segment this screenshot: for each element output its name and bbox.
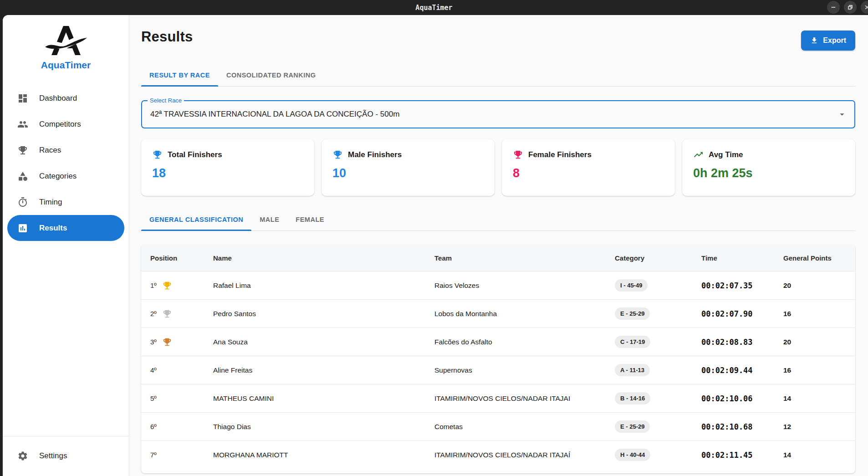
timer-icon bbox=[17, 197, 28, 208]
category-cell: A - 11-13 bbox=[606, 364, 692, 376]
time-cell: 00:02:08.83 bbox=[692, 338, 774, 347]
sidebar: AquaTimer Dashboard Competitors Races Ca… bbox=[3, 15, 129, 476]
stat-label: Male Finishers bbox=[348, 150, 402, 159]
close-button[interactable] bbox=[861, 1, 868, 14]
sidebar-item-settings[interactable]: Settings bbox=[7, 443, 124, 469]
column-header-time: Time bbox=[692, 254, 774, 262]
team-cell: Lobos da Montanha bbox=[425, 310, 606, 318]
restore-icon bbox=[847, 4, 853, 10]
tab-general-classification[interactable]: GENERAL CLASSIFICATION bbox=[141, 209, 251, 230]
page-title: Results bbox=[141, 29, 193, 45]
table-row[interactable]: 3º Ana Souza Falcões do Asfalto C - 17-1… bbox=[141, 328, 855, 356]
time-cell: 00:02:07.90 bbox=[692, 309, 774, 318]
stat-card: Female Finishers 8 bbox=[502, 139, 675, 196]
stat-value: 0h 2m 25s bbox=[693, 166, 844, 180]
name-cell: Thiago Dias bbox=[204, 423, 425, 431]
sidebar-item-results[interactable]: Results bbox=[7, 215, 124, 241]
race-select[interactable]: Select Race 42ª TRAVESSIA INTERNACIONAL … bbox=[141, 100, 855, 128]
points-cell: 16 bbox=[774, 310, 855, 318]
sidebar-item-categories[interactable]: Categories bbox=[7, 163, 124, 189]
category-badge: B - 14-16 bbox=[615, 392, 650, 404]
aquatimer-logo-icon bbox=[43, 22, 89, 59]
race-select-label: Select Race bbox=[148, 97, 184, 104]
team-cell: Falcões do Asfalto bbox=[425, 338, 606, 346]
sidebar-item-races[interactable]: Races bbox=[7, 137, 124, 163]
category-cell: C - 17-19 bbox=[606, 336, 692, 348]
time-cell: 00:02:07.35 bbox=[692, 281, 774, 290]
tab-consolidated-ranking[interactable]: CONSOLIDATED RANKING bbox=[218, 64, 324, 86]
name-cell: MORGHANA MARIOTT bbox=[204, 451, 425, 459]
position-cell: 5º bbox=[141, 394, 204, 402]
name-cell: Pedro Santos bbox=[204, 310, 425, 318]
tab-female[interactable]: FEMALE bbox=[287, 209, 332, 230]
table-row[interactable]: 2º Pedro Santos Lobos da Montanha E - 25… bbox=[141, 299, 855, 328]
table-row[interactable]: 4º Aline Freitas Supernovas A - 11-13 00… bbox=[141, 356, 855, 384]
table-row[interactable]: 5º MATHEUS CAMINI ITAMIRIM/NOVOS CIELOS/… bbox=[141, 384, 855, 412]
points-cell: 20 bbox=[774, 282, 855, 290]
restore-button[interactable] bbox=[844, 1, 857, 14]
column-header-general-points: General Points bbox=[774, 254, 855, 262]
stat-cards: Total Finishers 18 Male Finishers 10 Fem… bbox=[141, 139, 855, 196]
barchart-icon bbox=[17, 223, 28, 234]
export-button[interactable]: Export bbox=[801, 31, 855, 51]
stat-label: Total Finishers bbox=[168, 150, 222, 159]
main-content: Results Export RESULT BY RACECONSOLIDATE… bbox=[129, 15, 868, 476]
stat-card: Avg Time 0h 2m 25s bbox=[682, 139, 855, 196]
table-row[interactable]: 7º MORGHANA MARIOTT ITAMIRIM/NOVOS CIELO… bbox=[141, 440, 855, 469]
category-badge: E - 25-29 bbox=[615, 307, 650, 320]
brand-name: AquaTimer bbox=[41, 60, 91, 71]
column-header-team: Team bbox=[425, 254, 606, 262]
sidebar-item-competitors[interactable]: Competitors bbox=[7, 111, 124, 137]
minimize-button[interactable] bbox=[827, 1, 840, 14]
download-icon bbox=[810, 36, 818, 45]
points-cell: 20 bbox=[774, 338, 855, 346]
sidebar-item-dashboard[interactable]: Dashboard bbox=[7, 85, 124, 111]
stat-label: Avg Time bbox=[709, 150, 743, 159]
category-badge: I - 45-49 bbox=[615, 279, 648, 292]
sidebar-item-timing[interactable]: Timing bbox=[7, 189, 124, 215]
column-header-category: Category bbox=[606, 254, 692, 262]
name-cell: MATHEUS CAMINI bbox=[204, 394, 425, 403]
tab-result-by-race[interactable]: RESULT BY RACE bbox=[141, 64, 218, 86]
trophy-icon bbox=[513, 149, 523, 160]
position-cell: 6º bbox=[141, 423, 204, 430]
stat-card: Total Finishers 18 bbox=[141, 139, 314, 196]
category-cell: E - 25-29 bbox=[606, 307, 692, 320]
stat-value: 10 bbox=[332, 166, 484, 180]
trophy-icon bbox=[332, 149, 343, 160]
position-cell: 3º bbox=[141, 337, 204, 347]
points-cell: 14 bbox=[774, 451, 855, 459]
trophy-icon bbox=[162, 337, 172, 347]
table-row[interactable]: 6º Thiago Dias Cometas E - 25-29 00:02:1… bbox=[141, 412, 855, 440]
results-table: PositionNameTeamCategoryTimeGeneral Poin… bbox=[141, 245, 855, 473]
close-icon bbox=[864, 4, 868, 10]
team-cell: Cometas bbox=[425, 423, 606, 431]
table-row[interactable]: 1º Rafael Lima Raios Velozes I - 45-49 0… bbox=[141, 271, 855, 299]
position-cell: 1º bbox=[141, 281, 204, 291]
time-cell: 00:02:10.06 bbox=[692, 394, 774, 403]
trophy-icon bbox=[17, 145, 28, 156]
category-cell: E - 25-29 bbox=[606, 420, 692, 433]
position-cell: 4º bbox=[141, 366, 204, 374]
team-cell: ITAMIRIM/NOVOS CIELOS/NADAR ITAJAI bbox=[425, 394, 606, 403]
category-badge: E - 25-29 bbox=[615, 420, 650, 433]
trophy-icon bbox=[162, 309, 172, 319]
window-title: AquaTimer bbox=[415, 4, 452, 12]
category-cell: I - 45-49 bbox=[606, 279, 692, 292]
tab-male[interactable]: MALE bbox=[251, 209, 287, 230]
trophy-icon bbox=[152, 149, 163, 160]
points-cell: 12 bbox=[774, 423, 855, 431]
category-cell: H - 40-44 bbox=[606, 449, 692, 461]
minimize-icon bbox=[830, 4, 837, 10]
stat-card: Male Finishers 10 bbox=[322, 139, 495, 196]
people-icon bbox=[17, 119, 28, 130]
team-cell: Supernovas bbox=[425, 366, 606, 374]
column-header-position: Position bbox=[141, 254, 204, 262]
points-cell: 16 bbox=[774, 366, 855, 374]
category-badge: A - 11-13 bbox=[615, 364, 650, 376]
name-cell: Ana Souza bbox=[204, 338, 425, 346]
points-cell: 14 bbox=[774, 394, 855, 403]
app-logo-block: AquaTimer bbox=[3, 15, 129, 71]
category-cell: B - 14-16 bbox=[606, 392, 692, 404]
stat-value: 18 bbox=[152, 166, 303, 180]
